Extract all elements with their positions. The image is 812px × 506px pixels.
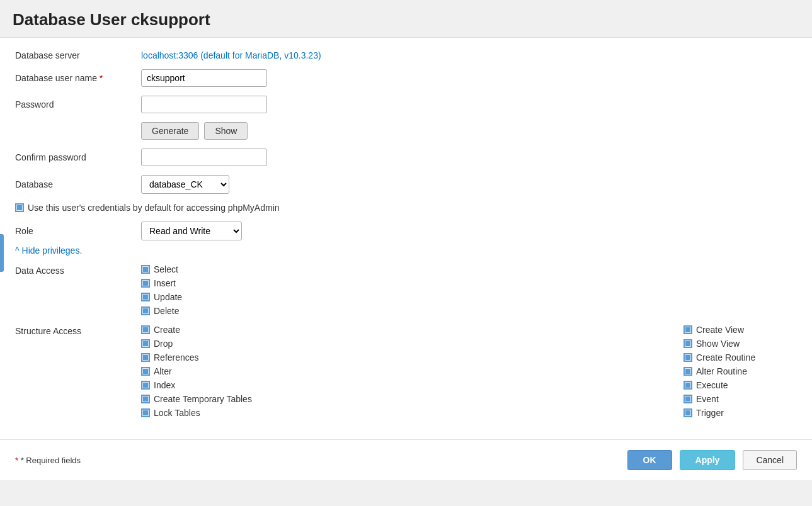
- db-server-label: Database server: [15, 50, 141, 60]
- form-area: Database server localhost:3306 (default …: [0, 38, 812, 439]
- generate-button[interactable]: Generate: [141, 122, 199, 140]
- list-item: Delete: [141, 306, 182, 316]
- privilege-label: Lock Tables: [154, 408, 200, 418]
- structure-left-col: CreateDropReferencesAlterIndexCreate Tem…: [141, 325, 683, 418]
- privilege-label: Update: [154, 292, 182, 302]
- confirm-password-input[interactable]: [141, 149, 267, 166]
- confirm-password-row: Confirm password: [15, 149, 797, 166]
- list-item: Create View: [683, 325, 759, 335]
- privilege-checkbox[interactable]: [141, 381, 150, 390]
- phpmyadmin-row: Use this user's credentials by default f…: [15, 203, 797, 213]
- privilege-label: Index: [154, 380, 175, 390]
- data-access-label: Data Access: [15, 264, 141, 316]
- privilege-label: Delete: [154, 306, 179, 316]
- required-marker: *: [100, 73, 103, 83]
- cancel-button[interactable]: Cancel: [743, 450, 797, 470]
- list-item: Execute: [683, 380, 759, 390]
- footer-row: * * Required fields OK Apply Cancel: [0, 439, 812, 480]
- list-item: Create: [141, 325, 683, 335]
- structure-access-cols: CreateDropReferencesAlterIndexCreate Tem…: [141, 325, 797, 418]
- privilege-label: Insert: [154, 278, 176, 288]
- ok-button[interactable]: OK: [627, 450, 672, 470]
- password-row: Password: [15, 96, 797, 113]
- privilege-label: Drop: [154, 339, 173, 349]
- hide-chevron-icon: ^: [15, 245, 20, 256]
- privilege-checkbox[interactable]: [141, 279, 150, 288]
- phpmyadmin-checkbox[interactable]: [15, 203, 24, 212]
- privilege-label: Show View: [696, 339, 740, 349]
- privilege-checkbox[interactable]: [141, 293, 150, 301]
- list-item: Lock Tables: [141, 408, 683, 418]
- structure-access-label: Structure Access: [15, 325, 141, 418]
- role-label: Role: [15, 226, 141, 236]
- privilege-checkbox[interactable]: [141, 265, 150, 274]
- privilege-label: Event: [696, 394, 719, 404]
- role-row: Role Read and Write: [15, 222, 797, 240]
- privilege-label: Trigger: [696, 408, 724, 418]
- list-item: Index: [141, 380, 683, 390]
- db-user-row: Database user name *: [15, 69, 797, 87]
- title-bar: Database User cksupport: [0, 0, 812, 38]
- privilege-checkbox[interactable]: [141, 408, 150, 417]
- list-item: Alter: [141, 366, 683, 376]
- hide-privileges-label: Hide privileges.: [22, 245, 83, 256]
- privilege-checkbox[interactable]: [141, 339, 150, 348]
- db-user-label: Database user name *: [15, 73, 141, 83]
- privilege-label: Create: [154, 325, 180, 335]
- privilege-checkbox[interactable]: [683, 408, 692, 417]
- hide-privileges-toggle[interactable]: ^ Hide privileges.: [15, 245, 797, 256]
- privilege-label: Select: [154, 264, 178, 274]
- privilege-checkbox[interactable]: [683, 395, 692, 403]
- phpmyadmin-label: Use this user's credentials by default f…: [28, 203, 280, 213]
- list-item: References: [141, 352, 683, 363]
- list-item: Trigger: [683, 408, 759, 418]
- list-item: Drop: [141, 339, 683, 349]
- page-title: Database User cksupport: [13, 10, 799, 30]
- list-item: Alter Routine: [683, 366, 759, 376]
- db-server-row: Database server localhost:3306 (default …: [15, 50, 797, 60]
- privilege-checkbox[interactable]: [683, 353, 692, 362]
- privilege-label: Execute: [696, 380, 728, 390]
- list-item: Show View: [683, 339, 759, 349]
- list-item: Create Routine: [683, 352, 759, 363]
- structure-access-section: Structure Access CreateDropReferencesAlt…: [15, 325, 797, 418]
- show-button[interactable]: Show: [204, 122, 248, 140]
- page-container: Database User cksupport Database server …: [0, 0, 812, 506]
- privilege-checkbox[interactable]: [683, 367, 692, 376]
- privilege-checkbox[interactable]: [141, 325, 150, 334]
- apply-button[interactable]: Apply: [680, 450, 736, 470]
- list-item: Update: [141, 292, 182, 302]
- list-item: Create Temporary Tables: [141, 394, 683, 404]
- data-access-section: Data Access SelectInsertUpdateDelete: [15, 264, 797, 316]
- database-row: Database database_CK: [15, 175, 797, 194]
- list-item: Select: [141, 264, 182, 274]
- privilege-label: Create View: [696, 325, 744, 335]
- database-select[interactable]: database_CK: [141, 175, 229, 194]
- privilege-label: Alter Routine: [696, 366, 747, 376]
- privilege-checkbox[interactable]: [683, 325, 692, 334]
- list-item: Event: [683, 394, 759, 404]
- password-label: Password: [15, 99, 141, 110]
- list-item: Insert: [141, 278, 182, 288]
- privilege-checkbox[interactable]: [683, 381, 692, 390]
- password-btn-row: Generate Show: [141, 122, 797, 140]
- side-tab: [0, 234, 4, 272]
- privilege-label: References: [154, 352, 199, 363]
- required-note: * * Required fields: [15, 456, 81, 465]
- data-access-checkboxes: SelectInsertUpdateDelete: [141, 264, 182, 316]
- privilege-checkbox[interactable]: [141, 306, 150, 315]
- privilege-checkbox[interactable]: [141, 353, 150, 362]
- privilege-checkbox[interactable]: [141, 395, 150, 403]
- password-input[interactable]: [141, 96, 267, 113]
- confirm-password-label: Confirm password: [15, 152, 141, 162]
- role-select[interactable]: Read and Write: [141, 222, 242, 240]
- privilege-label: Alter: [154, 366, 172, 376]
- db-user-input[interactable]: [141, 69, 267, 87]
- structure-right-col: Create ViewShow ViewCreate RoutineAlter …: [683, 325, 797, 418]
- privilege-label: Create Temporary Tables: [154, 394, 252, 404]
- database-label: Database: [15, 179, 141, 189]
- privilege-checkbox[interactable]: [683, 339, 692, 348]
- privilege-checkbox[interactable]: [141, 367, 150, 376]
- privilege-label: Create Routine: [696, 352, 755, 363]
- db-server-value: localhost:3306 (default for MariaDB, v10…: [141, 50, 321, 60]
